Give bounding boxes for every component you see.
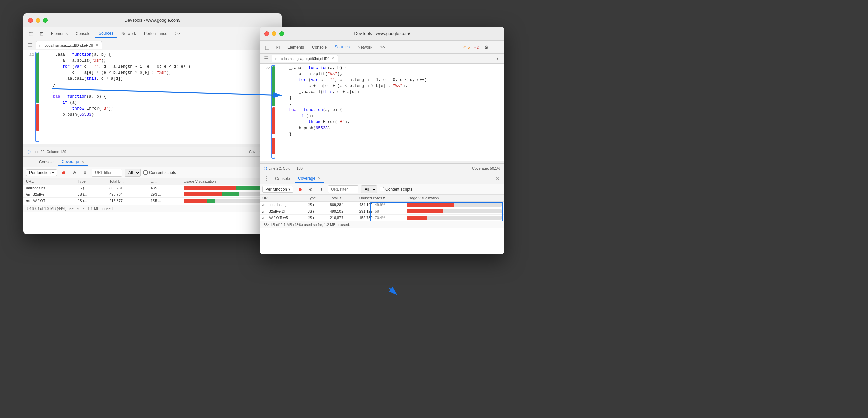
record-btn-1[interactable]: ⏺ [60,169,68,177]
used-bar-2-2 [406,209,443,213]
console-tab-1[interactable]: Console [35,158,57,166]
device-icon[interactable]: ⊡ [37,29,46,38]
close-button-1[interactable] [28,18,33,23]
tab-network-1[interactable]: Network [118,30,140,37]
devtools-toolbar-1: ⬚ ⊡ Elements Console Sources Network Per… [24,28,281,40]
chevron-down-icon-2: ▾ [288,187,290,192]
row-total-2-3: 216,877 [328,214,356,221]
url-filter-input-1[interactable] [92,169,122,177]
code-line-9: if (a) [25,100,281,106]
download-btn-2[interactable]: ⬇ [317,185,326,194]
tab-performance-1[interactable]: Performance [141,30,170,37]
clear-btn-1[interactable]: ⊘ [70,169,79,177]
close-button-2[interactable] [265,31,269,36]
coverage-tab-2[interactable]: Coverage ✕ [294,175,324,183]
file-tab-close-2[interactable]: ✕ [332,56,335,61]
panel-dots-2[interactable]: ⋮ [262,175,271,183]
inspect-icon[interactable]: ⬚ [26,29,35,38]
traffic-lights-2 [265,31,284,36]
scrollbar-1[interactable] [24,144,281,147]
collapse-sidebar-icon-2[interactable]: ⟩ [492,54,502,63]
code-line-8: baa = function(a, b) { [25,94,281,100]
coverage-row-1-3[interactable]: /rs=AA2YrT JS (... 216 877 155 ... [24,198,281,204]
gutter-red-1 [36,104,39,131]
file-tabbar-1: ☰ m=cdos,hsm,jsa,...c,dtl0hd,eHDfl ✕ ⟩ [24,40,281,50]
scrollbar-2[interactable] [260,161,504,163]
row-type-1-1: JS (... [75,185,106,191]
maximize-button-2[interactable] [279,31,284,36]
more-icon-2[interactable]: ⋮ [492,42,502,52]
file-tab-name-2: m=cdos,hsm,jsa,...c,dtl0hd,eHDfl [276,57,330,61]
coverage-row-2-3[interactable]: /rs=AA2YrTsw5 JS (... 216,877 152,739 70… [260,214,504,221]
file-tab-2[interactable]: m=cdos,hsm,jsa,...c,dtl0hd,eHDfl ✕ [272,55,338,62]
tab-elements-1[interactable]: Elements [48,30,71,37]
error-icon: ▪ [474,45,475,49]
download-btn-1[interactable]: ⬇ [81,169,89,177]
code-editor-1[interactable]: 22 _.aaa = function(a, b) { a = a.split(… [24,50,281,144]
content-scripts-checkbox-1[interactable] [144,170,148,175]
device-icon-2[interactable]: ⊡ [273,42,282,52]
minimize-button-2[interactable] [272,31,277,36]
green-bar-1-2 [222,193,239,197]
warn-count-red: 2 [476,45,478,49]
url-filter-input-2[interactable] [328,185,358,194]
content-scripts-label-1[interactable]: Content scripts [144,170,176,175]
minimize-button-1[interactable] [35,18,40,23]
col-unused-1: U... [148,178,181,185]
code-line-2-11: b.push(65533) [261,125,504,131]
row-unused-2-1: 434,192 49.9% [356,202,404,208]
panel-close-2[interactable]: ✕ [494,175,502,183]
code-line-2-2: a = a.split("%s"); [261,71,504,77]
tab-console-2[interactable]: Console [309,43,330,51]
usage-bar-2-1 [406,203,502,207]
tab-elements-2[interactable]: Elements [284,43,307,51]
tab-console-1[interactable]: Console [72,30,94,37]
row-type-2-2: JS (... [305,208,327,214]
per-function-btn-1[interactable]: Per function ▾ [26,169,57,176]
per-function-btn-2[interactable]: Per function ▾ [262,186,293,193]
panel-dots-1[interactable]: ⋮ [26,158,34,166]
code-editor-2[interactable]: 22 _.aaa = function(a, b) { a = a.split(… [260,64,504,161]
code-line-7: ; [25,88,281,94]
coverage-table-container-2: URL Type Total B... Unused Bytes▼ Usage … [260,195,504,221]
file-tab-1[interactable]: m=cdos,hsm,jsa,...c,dtl0hd,eHDfl ✕ [35,41,102,49]
content-scripts-checkbox-2[interactable] [380,187,384,191]
coverage-toolbar-1: Per function ▾ ⏺ ⊘ ⬇ All Content scripts [24,167,281,178]
record-btn-2[interactable]: ⏺ [296,185,304,194]
all-select-2[interactable]: All [361,185,377,194]
gutter-green-1 [36,53,39,103]
used-bar-2-3 [406,215,427,219]
coverage-row-1-1[interactable]: /m=cdos,hs JS (... 869 281 435 ... [24,185,281,191]
sidebar-toggle-1[interactable]: ☰ [26,41,34,49]
code-line-2-3: for (var c = "", d = a.length - 1, e = 0… [261,77,504,83]
coverage-row-1-2[interactable]: /m=B2qlPe, JS (... 498 764 293 ... [24,191,281,198]
coverage-tab-1[interactable]: Coverage ✕ [58,158,88,166]
tab-sources-2[interactable]: Sources [332,43,353,51]
console-tab-2[interactable]: Console [272,175,293,182]
clear-btn-2[interactable]: ⊘ [307,185,315,194]
coverage-tab-close-1[interactable]: ✕ [82,160,85,164]
sidebar-toggle-2[interactable]: ☰ [262,55,271,63]
code-line-3: for (var c = "", d = a.length - 1, e = 0… [25,64,281,70]
inspect-icon-2[interactable]: ⬚ [262,42,272,52]
tab-network-2[interactable]: Network [354,43,376,51]
file-tabbar-2: ☰ m=cdos,hsm,jsa,...c,dtl0hd,eHDfl ✕ ⟩ [260,54,504,64]
gear-icon-2[interactable]: ⚙ [482,42,491,52]
coverage-tab-close-2[interactable]: ✕ [318,176,321,180]
brace-icon-2: { } [264,166,267,170]
code-line-2-1: 22 _.aaa = function(a, b) { [261,65,504,71]
coverage-row-2-2[interactable]: /m=B2qlPe,DhI JS (... 499,102 291,129 58 [260,208,504,214]
all-select-1[interactable]: All [125,169,141,177]
devtools-toolbar-2: ⬚ ⊡ Elements Console Sources Network >> … [260,41,504,54]
tab-more-1[interactable]: >> [172,30,183,37]
tab-sources-1[interactable]: Sources [95,30,117,38]
maximize-button-1[interactable] [43,18,48,23]
row-type-2-3: JS (... [305,214,327,221]
file-tab-close-1[interactable]: ✕ [95,43,98,47]
tab-more-2[interactable]: >> [377,43,389,51]
content-scripts-label-2[interactable]: Content scripts [380,187,412,192]
devtools-window-1: DevTools - www.google.com/ ⬚ ⊡ Elements … [24,13,281,234]
row-unused-1-3: 155 ... [148,198,181,204]
coverage-row-2-1[interactable]: /m=cdos,hsm,j JS (... 869,284 434,192 49… [260,202,504,208]
col-url-1: URL [24,178,75,185]
